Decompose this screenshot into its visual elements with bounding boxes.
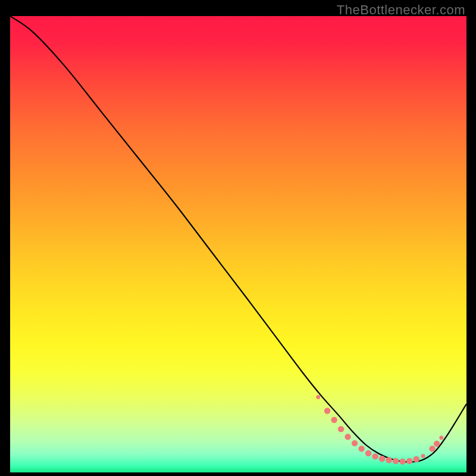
watermark-text: TheBottlenecker.com <box>337 2 465 18</box>
marker-dot <box>429 446 435 452</box>
marker-dot <box>365 450 371 456</box>
marker-dot <box>421 454 425 458</box>
marker-dot <box>379 456 385 462</box>
marker-dot <box>352 440 358 446</box>
marker-dot <box>331 417 337 423</box>
chart-plot-area <box>10 16 466 472</box>
marker-dot <box>406 458 412 464</box>
marker-dot <box>439 436 443 440</box>
marker-dot <box>372 453 378 459</box>
marker-dot <box>316 395 320 399</box>
marker-dot <box>434 440 440 446</box>
marker-dot <box>338 426 344 432</box>
chart-svg <box>10 16 466 472</box>
marker-dot <box>358 446 364 452</box>
marker-dot <box>393 458 399 464</box>
marker-dot <box>386 457 392 463</box>
marker-dot <box>345 434 350 440</box>
marker-dot <box>399 458 405 464</box>
chart-background <box>10 16 466 472</box>
marker-dot <box>413 456 419 462</box>
marker-dot <box>324 408 330 414</box>
